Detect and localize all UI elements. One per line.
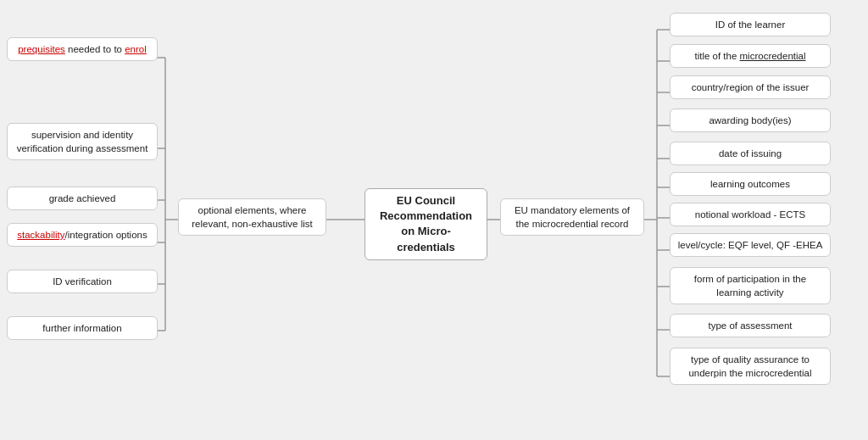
prereq-node: prequisites needed to to enrol xyxy=(7,37,158,61)
participation-node: form of participation in the learning ac… xyxy=(670,267,831,304)
workload-node: notional workload - ECTS xyxy=(670,203,831,226)
id-verify-node: ID verification xyxy=(7,270,158,293)
awarding-text: awarding body(ies) xyxy=(709,115,791,125)
microcredential-link1: microcredential xyxy=(740,51,806,61)
quality-node: type of quality assurance to underpin th… xyxy=(670,348,831,385)
workload-text: notional workload - ECTS xyxy=(695,209,805,220)
mindmap-diagram: prequisites needed to to enrol supervisi… xyxy=(0,0,868,440)
learner-id-text: ID of the learner xyxy=(715,19,785,30)
assessment-text: type of assessment xyxy=(708,320,792,331)
further-node: further information xyxy=(7,316,158,340)
prereq-link[interactable]: prequisites xyxy=(18,44,65,54)
level-node: level/cycle: EQF level, QF -EHEA xyxy=(670,233,831,257)
further-text: further information xyxy=(42,323,121,333)
center-node: EU Council Recommendation on Micro-crede… xyxy=(364,188,487,260)
participation-text: form of participation in the learning ac… xyxy=(694,274,806,298)
id-verify-text: ID verification xyxy=(53,276,112,287)
right-label-box: EU mandatory elements of the microcreden… xyxy=(500,198,644,236)
assessment-node: type of assessment xyxy=(670,314,831,337)
title-node: title of the microcredential xyxy=(670,44,831,68)
outcomes-node: learning outcomes xyxy=(670,172,831,196)
date-text: date of issuing xyxy=(719,148,782,159)
outcomes-text: learning outcomes xyxy=(710,179,790,189)
country-node: country/region of the issuer xyxy=(670,75,831,99)
left-label-box: optional elements, where relevant, non-e… xyxy=(178,198,326,236)
supervision-node: supervision and identity verification du… xyxy=(7,123,158,160)
right-label-text: EU mandatory elements of the microcreden… xyxy=(515,205,630,229)
awarding-node: awarding body(ies) xyxy=(670,109,831,132)
learner-id-node: ID of the learner xyxy=(670,13,831,36)
left-label-text: optional elements, where relevant, non-e… xyxy=(192,205,313,229)
center-title: EU Council Recommendation on Micro-crede… xyxy=(380,194,472,253)
stackability-link[interactable]: stackability xyxy=(17,230,64,240)
quality-text: type of quality assurance to underpin th… xyxy=(688,354,811,378)
country-text: country/region of the issuer xyxy=(692,82,810,92)
level-text: level/cycle: EQF level, QF -EHEA xyxy=(678,240,823,250)
grade-text: grade achieved xyxy=(49,193,116,203)
date-node: date of issuing xyxy=(670,142,831,165)
grade-node: grade achieved xyxy=(7,187,158,210)
supervision-text: supervision and identity verification du… xyxy=(17,130,148,153)
enrol-link[interactable]: enrol xyxy=(125,44,147,54)
stackability-node: stackability/integration options xyxy=(7,223,158,247)
